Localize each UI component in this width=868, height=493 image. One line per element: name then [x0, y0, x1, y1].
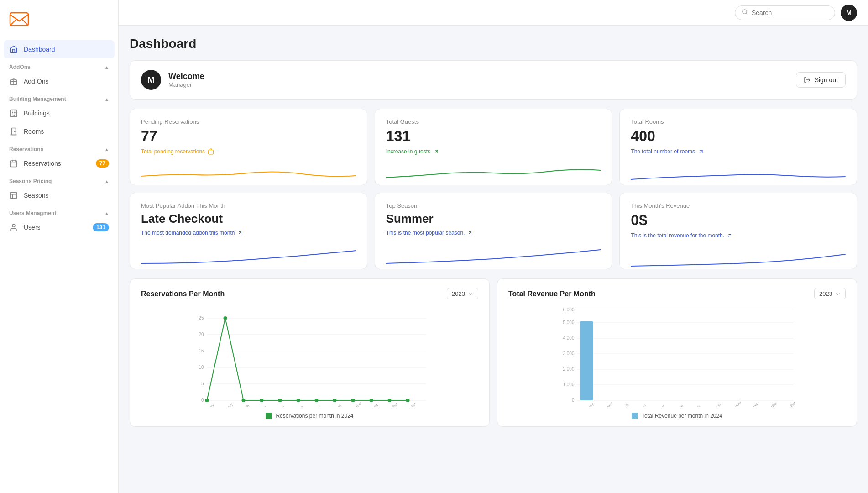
info-chart-addon — [141, 241, 356, 264]
charts-grid: Reservations Per Month 2023 0 5 10 15 20 — [130, 278, 857, 427]
signout-label: Sign out — [815, 76, 838, 84]
svg-text:January: January — [582, 402, 594, 407]
svg-text:September: September — [347, 401, 362, 407]
chart-card-revenue: Total Revenue Per Month 2023 0 1,000 2,0… — [497, 278, 857, 427]
avatar: M — [841, 5, 857, 21]
svg-point-7 — [12, 224, 15, 227]
svg-point-34 — [388, 399, 392, 402]
sidebar-item-seasons-label: Seasons — [24, 192, 48, 199]
svg-text:December: December — [402, 401, 417, 407]
sidebar-item-dashboard[interactable]: Dashboard — [4, 40, 115, 58]
sidebar-item-seasons[interactable]: Seasons — [0, 186, 118, 205]
svg-point-26 — [242, 399, 246, 402]
legend-box-reservations — [266, 413, 272, 419]
trend-icon — [727, 233, 732, 238]
reservations-badge: 77 — [96, 159, 109, 168]
stat-chart-guests — [386, 160, 601, 183]
sidebar: Dashboard AddOns ▲ Add Ons Building Mana… — [0, 0, 119, 493]
building-icon — [9, 109, 18, 118]
chevron-down-icon — [835, 291, 841, 297]
stat-sub-pending: Total pending reservations — [141, 148, 356, 155]
svg-text:November: November — [763, 400, 779, 407]
sidebar-section-reservations: Reservations ▲ — [0, 141, 118, 154]
svg-point-27 — [260, 399, 264, 402]
sidebar-item-rooms[interactable]: Rooms — [0, 122, 118, 141]
legend-box-revenue — [632, 413, 638, 419]
svg-point-29 — [297, 399, 300, 402]
chevron-up-icon: ▲ — [105, 65, 109, 70]
welcome-left: M Welcome Manager — [141, 70, 204, 90]
gift-icon — [9, 77, 18, 86]
arrow-up-icon — [433, 148, 439, 155]
info-value-season: Summer — [386, 212, 601, 226]
year-select-reservations[interactable]: 2023 — [447, 288, 478, 299]
svg-text:August: August — [331, 403, 342, 407]
svg-rect-11 — [209, 150, 214, 154]
info-sub-season: This is the most popular season. — [386, 230, 601, 236]
svg-text:0: 0 — [201, 398, 204, 403]
svg-text:March: March — [620, 403, 630, 407]
search-input[interactable] — [752, 9, 828, 16]
svg-rect-5 — [10, 161, 17, 167]
svg-point-24 — [205, 399, 209, 402]
info-chart-revenue — [631, 244, 846, 267]
signout-button[interactable]: Sign out — [796, 72, 846, 88]
svg-rect-0 — [10, 13, 28, 26]
svg-point-8 — [743, 9, 747, 13]
svg-text:October: October — [747, 402, 759, 407]
info-card-addon: Most Popular Addon This Month Late Check… — [130, 193, 367, 269]
info-label-season: Top Season — [386, 202, 601, 209]
svg-text:1,000: 1,000 — [563, 382, 574, 387]
app-logo — [0, 7, 118, 40]
sidebar-section-seasons: Seasons Pricing ▲ — [0, 173, 118, 186]
season-icon — [9, 191, 18, 200]
door-icon — [9, 127, 18, 136]
info-card-revenue: This Month's Revenue 0$ This is the tota… — [619, 193, 857, 269]
stat-value-rooms: 400 — [631, 128, 846, 145]
topbar: M — [119, 0, 868, 26]
svg-text:June: June — [296, 404, 304, 407]
sidebar-item-reservations-label: Reservations — [24, 160, 61, 167]
svg-text:November: November — [384, 401, 399, 407]
chart-header-revenue: Total Revenue Per Month 2023 — [508, 288, 846, 299]
svg-text:April: April — [639, 404, 648, 407]
stat-card-guests: Total Guests 131 Increase in guests — [375, 109, 612, 185]
svg-text:15: 15 — [199, 348, 204, 353]
clipboard-icon — [208, 148, 214, 155]
stat-label-rooms: Total Rooms — [631, 118, 846, 125]
svg-point-30 — [315, 399, 319, 402]
svg-text:20: 20 — [199, 332, 204, 337]
year-select-revenue[interactable]: 2023 — [814, 288, 846, 299]
stat-value-pending: 77 — [141, 128, 356, 145]
svg-point-4 — [15, 131, 16, 132]
svg-text:October: October — [367, 403, 379, 407]
sidebar-item-users-label: Users — [24, 224, 41, 231]
info-sub-addon: The most demanded addon this month — [141, 230, 356, 236]
svg-text:July: July — [314, 405, 322, 407]
sidebar-section-building: Building Management ▲ — [0, 90, 118, 104]
sidebar-item-buildings[interactable]: Buildings — [0, 104, 118, 122]
info-label-addon: Most Popular Addon This Month — [141, 202, 356, 209]
info-chart-season — [386, 241, 601, 264]
chart-title-reservations: Reservations Per Month — [141, 290, 225, 298]
svg-text:25: 25 — [199, 315, 204, 320]
sidebar-item-reservations[interactable]: Reservations 77 — [0, 154, 118, 173]
svg-point-35 — [406, 399, 410, 402]
svg-text:4,000: 4,000 — [563, 336, 574, 341]
chart-card-reservations: Reservations Per Month 2023 0 5 10 15 20 — [130, 278, 490, 427]
trend-icon — [237, 230, 243, 236]
chart-legend-revenue: Total Revenue per month in 2024 — [508, 413, 846, 419]
reservations-chart-svg: 0 5 10 15 20 25 — [141, 307, 478, 407]
revenue-chart-svg: 0 1,000 2,000 3,000 4,000 5,000 6,000 — [508, 307, 846, 407]
svg-rect-6 — [10, 192, 17, 199]
sidebar-item-users[interactable]: Users 131 — [0, 218, 118, 236]
sidebar-item-addons[interactable]: Add Ons — [0, 72, 118, 90]
svg-point-32 — [351, 399, 355, 402]
svg-text:January: January — [203, 403, 214, 407]
chevron-down-icon — [468, 291, 473, 297]
info-value-revenue: 0$ — [631, 212, 846, 229]
search-box[interactable] — [735, 5, 835, 20]
chart-header-reservations: Reservations Per Month 2023 — [141, 288, 478, 299]
svg-text:December: December — [782, 400, 797, 407]
signout-icon — [804, 76, 811, 84]
